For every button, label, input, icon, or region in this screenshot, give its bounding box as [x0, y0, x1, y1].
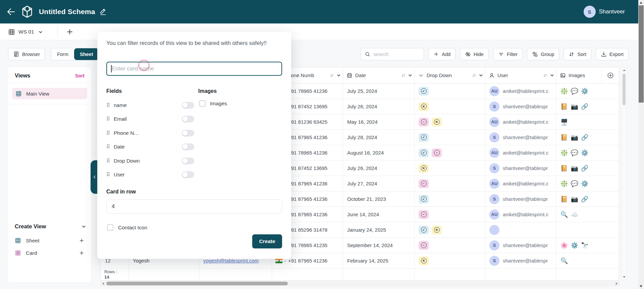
edit-title-pencil-icon[interactable] [99, 8, 107, 15]
image-thumb-icon[interactable]: 🔭 [581, 242, 588, 249]
search-input[interactable] [373, 51, 417, 57]
image-thumb-icon[interactable]: ⚙️ [571, 242, 578, 249]
col-header-images[interactable]: Images [556, 67, 602, 83]
image-thumb-icon[interactable]: 🔍 [560, 211, 568, 218]
create-option-sheet[interactable]: Sheet [8, 234, 91, 247]
drag-handle-icon[interactable]: ⠿ [106, 102, 112, 108]
image-thumb-icon[interactable]: ❇️ [560, 149, 568, 157]
image-thumb-icon[interactable]: 🌸 [560, 242, 568, 249]
image-thumb-icon[interactable]: ⚙️ [581, 149, 588, 157]
image-thumb-icon[interactable]: 💬 [571, 88, 578, 95]
dropdown-chip-minus[interactable]: − [419, 179, 429, 188]
sort-button[interactable]: Sort [564, 48, 591, 60]
col-header-date[interactable]: Date ↓↑ [343, 67, 415, 83]
scroll-up-arrow[interactable] [623, 69, 626, 71]
image-thumb-icon[interactable]: 🔍 [560, 257, 568, 265]
scroll-right-arrow[interactable] [616, 282, 618, 285]
sort-arrows-icon[interactable]: ↓↑ [472, 73, 476, 78]
chevron-down-icon[interactable] [550, 73, 554, 76]
scroll-left-arrow[interactable] [102, 282, 104, 285]
dropdown-chip-check[interactable]: ✓ [419, 133, 429, 142]
dropdown-chip-minus[interactable]: − [419, 210, 429, 219]
image-thumb-icon[interactable]: 📷 [571, 195, 578, 203]
drag-handle-icon[interactable]: ⠿ [106, 116, 112, 122]
images-checkbox[interactable] [199, 100, 206, 107]
field-toggle[interactable] [182, 171, 194, 178]
toggle-form[interactable]: Form [51, 48, 74, 60]
card-in-row-input[interactable] [106, 199, 282, 214]
create-option-card[interactable]: Card [8, 247, 91, 259]
dropdown-chip-cross[interactable]: ✕ [419, 102, 429, 111]
chevron-down-icon[interactable] [39, 30, 42, 33]
dropdown-chip-cross[interactable]: ✕ [419, 164, 429, 173]
image-thumb-icon[interactable]: 🔗 [581, 195, 588, 203]
toggle-sheet[interactable]: Sheet [74, 48, 99, 60]
views-sort-link[interactable]: Sort [75, 73, 85, 78]
chevron-down-icon[interactable] [82, 224, 86, 228]
create-button[interactable]: Create [252, 234, 282, 248]
browser-scroll-thumb[interactable] [639, 5, 644, 103]
image-thumb-icon[interactable]: 📔 [560, 195, 568, 203]
image-thumb-icon[interactable]: 💬 [571, 180, 578, 187]
dropdown-chip-cross[interactable]: ✕ [419, 256, 429, 265]
image-thumb-icon[interactable]: 📷 [571, 103, 578, 110]
image-thumb-icon[interactable]: 🔗 [581, 134, 588, 141]
field-toggle[interactable] [182, 130, 194, 136]
dropdown-chip-check[interactable]: ✓ [419, 226, 429, 234]
field-toggle[interactable] [182, 116, 194, 122]
image-thumb-icon[interactable]: 📔 [560, 165, 568, 172]
dropdown-chip-check[interactable]: ✓ [419, 87, 429, 96]
add-sheet-view-icon[interactable] [79, 238, 85, 243]
add-card-view-icon[interactable] [79, 250, 85, 256]
horizontal-scroll-thumb[interactable] [106, 282, 288, 285]
contact-icon-checkbox[interactable] [107, 224, 113, 231]
chevron-down-icon[interactable] [479, 73, 483, 76]
sidebar-item-main-view[interactable]: Main View [12, 88, 87, 99]
dropdown-chip-minus[interactable]: − [419, 241, 429, 250]
drag-handle-icon[interactable]: ⠿ [106, 130, 112, 136]
image-thumb-icon[interactable]: 🔗 [581, 103, 588, 110]
col-header-dropdown[interactable]: Drop Down ↓↑ [415, 67, 485, 83]
image-thumb-icon[interactable]: 🖥️ [560, 118, 568, 126]
sort-arrows-icon[interactable]: ↓↑ [543, 73, 547, 78]
image-thumb-icon[interactable]: 📔 [560, 134, 568, 141]
group-button[interactable]: Group [527, 48, 559, 60]
sort-arrows-icon[interactable]: ↓↑ [330, 73, 334, 78]
image-thumb-icon[interactable]: 📷 [571, 165, 578, 172]
dropdown-chip-check[interactable]: ✓ [419, 195, 429, 204]
user-avatar[interactable]: S [584, 6, 596, 18]
table-vertical-scrollbar[interactable] [621, 67, 627, 280]
field-toggle[interactable] [182, 102, 194, 109]
user-name[interactable]: Shantveer [599, 8, 625, 15]
search-box[interactable] [360, 48, 424, 60]
add-button[interactable]: Add [428, 48, 455, 60]
card-name-input[interactable] [106, 62, 282, 76]
drag-handle-icon[interactable]: ⠿ [106, 144, 112, 150]
dropdown-chip-cross[interactable]: ✕ [432, 226, 442, 234]
col-header-user[interactable]: User ↓↑ [485, 67, 556, 83]
filter-button[interactable]: Filter [493, 48, 523, 60]
back-icon[interactable] [6, 7, 16, 17]
image-thumb-icon[interactable]: ☁️ [571, 211, 578, 218]
image-thumb-icon[interactable]: 💬 [571, 149, 578, 157]
image-thumb-icon[interactable]: ❇️ [560, 180, 568, 187]
image-thumb-icon[interactable]: 📷 [571, 134, 578, 141]
horizontal-scrollbar[interactable] [101, 280, 619, 286]
image-thumb-icon[interactable]: 🔗 [581, 165, 588, 172]
drag-handle-icon[interactable]: ⠿ [106, 158, 112, 164]
browser-button[interactable]: Browser [8, 48, 45, 60]
image-thumb-icon[interactable]: 📔 [560, 103, 568, 110]
tab-ws01[interactable]: WS 01 [0, 23, 46, 40]
chevron-down-icon[interactable] [409, 73, 412, 76]
table-scroll-thumb[interactable] [623, 73, 626, 105]
add-column-button[interactable] [602, 67, 619, 83]
export-button[interactable]: Export [596, 48, 629, 60]
image-thumb-icon[interactable]: ⚙️ [581, 88, 588, 95]
dropdown-chip-minus[interactable]: − [419, 118, 429, 126]
add-tab-icon[interactable] [66, 28, 74, 36]
dropdown-chip-cross[interactable]: ✕ [432, 118, 442, 126]
field-toggle[interactable] [182, 158, 194, 164]
chevron-down-icon[interactable] [284, 259, 286, 262]
scroll-up-arrow[interactable] [640, 2, 642, 4]
image-thumb-icon[interactable]: ⚙️ [581, 180, 588, 187]
